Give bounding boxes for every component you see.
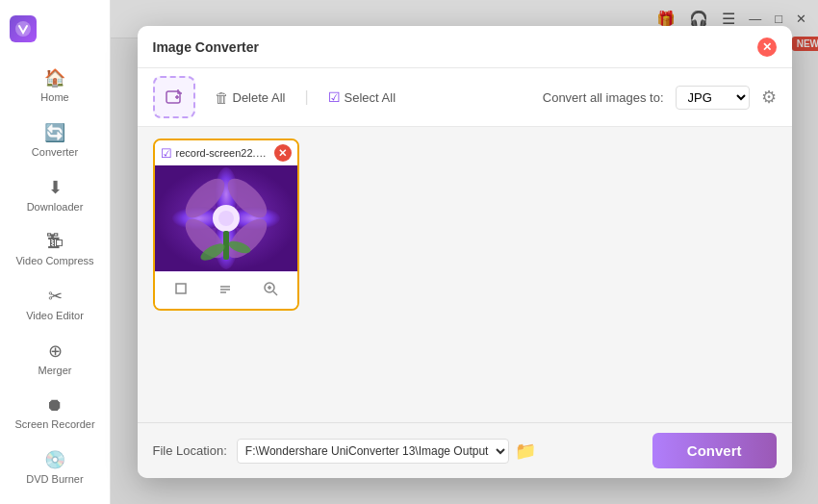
image-converter-modal: Image Converter ✕ 🗑 Delete All bbox=[138, 26, 792, 478]
add-image-button[interactable] bbox=[153, 76, 195, 118]
logo-icon bbox=[10, 15, 37, 42]
flower-svg bbox=[155, 165, 297, 271]
sidebar-item-dvd-burner-label: DVD Burner bbox=[26, 473, 83, 485]
select-all-button[interactable]: ☑ Select All bbox=[320, 86, 403, 109]
sidebar-item-downloader-label: Downloader bbox=[27, 201, 84, 213]
info-button[interactable] bbox=[211, 278, 240, 303]
sidebar-item-converter-label: Converter bbox=[32, 146, 78, 158]
sidebar-item-screen-recorder[interactable]: ⏺ Screen Recorder bbox=[0, 386, 110, 440]
main-area: 🎁 🎧 ☰ — □ ✕ NEW Image Converter ✕ bbox=[111, 0, 818, 504]
info-icon bbox=[217, 280, 234, 297]
add-icon bbox=[165, 88, 184, 107]
dvd-burner-icon: 💿 bbox=[44, 449, 65, 470]
sidebar-item-video-compress-label: Video Compress bbox=[15, 255, 93, 266]
file-card: ☑ record-screen22.heic ✕ bbox=[153, 139, 299, 311]
delete-icon: 🗑 bbox=[215, 89, 229, 106]
sidebar-item-screen-recorder-label: Screen Recorder bbox=[14, 418, 94, 430]
sidebar-item-converter[interactable]: 🔄 Converter bbox=[0, 113, 110, 167]
delete-all-button[interactable]: 🗑 Delete All bbox=[207, 86, 294, 110]
sidebar-item-home-label: Home bbox=[40, 91, 68, 103]
file-remove-button[interactable]: ✕ bbox=[274, 144, 292, 162]
svg-point-14 bbox=[218, 211, 234, 226]
format-select[interactable]: JPG PNG BMP GIF TIFF WEBP bbox=[676, 86, 750, 110]
sidebar-item-video-editor[interactable]: ✂ Video Editor bbox=[0, 276, 110, 331]
sidebar-item-dvd-burner[interactable]: 💿 DVD Burner bbox=[0, 440, 110, 494]
sidebar-item-merger[interactable]: ⊕ Merger bbox=[0, 331, 110, 386]
merger-icon: ⊕ bbox=[48, 340, 63, 362]
path-select[interactable]: F:\Wondershare UniConverter 13\Image Out… bbox=[237, 439, 509, 464]
home-icon: 🏠 bbox=[44, 67, 65, 88]
file-checkbox[interactable]: ☑ bbox=[161, 146, 172, 161]
sidebar-item-downloader[interactable]: ⬇ Downloader bbox=[0, 167, 110, 222]
svg-rect-18 bbox=[176, 284, 186, 293]
modal-toolbar: 🗑 Delete All | ☑ Select All Convert all … bbox=[138, 68, 792, 127]
checkbox-icon: ☑ bbox=[328, 89, 341, 105]
file-location-label: File Location: bbox=[153, 443, 227, 458]
convert-button[interactable]: Convert bbox=[652, 433, 777, 468]
crop-button[interactable] bbox=[166, 278, 195, 303]
modal-close-button[interactable]: ✕ bbox=[757, 38, 777, 57]
crop-icon bbox=[172, 280, 190, 297]
svg-line-23 bbox=[273, 291, 277, 295]
convert-all-label: Convert all images to: bbox=[543, 90, 664, 105]
folder-icon[interactable]: 📁 bbox=[515, 441, 536, 462]
sidebar-item-merger-label: Merger bbox=[38, 365, 72, 376]
file-thumbnail bbox=[155, 165, 297, 271]
file-card-header: ☑ record-screen22.heic ✕ bbox=[155, 140, 297, 165]
app-logo bbox=[0, 8, 110, 58]
sidebar-item-player[interactable]: ▶ Player bbox=[0, 494, 110, 504]
settings-icon[interactable]: ⚙ bbox=[761, 87, 777, 108]
sidebar-item-video-compress[interactable]: 🗜 Video Compress bbox=[0, 222, 110, 276]
video-editor-icon: ✂ bbox=[48, 286, 63, 307]
modal-footer: File Location: F:\Wondershare UniConvert… bbox=[138, 422, 792, 478]
modal-title: Image Converter bbox=[153, 39, 757, 55]
file-name: record-screen22.heic bbox=[176, 147, 270, 159]
converter-icon: 🔄 bbox=[44, 122, 65, 143]
sidebar-item-video-editor-label: Video Editor bbox=[26, 310, 84, 321]
downloader-icon: ⬇ bbox=[48, 177, 63, 198]
sidebar: 🏠 Home 🔄 Converter ⬇ Downloader 🗜 Video … bbox=[0, 0, 111, 504]
modal-overlay: Image Converter ✕ 🗑 Delete All bbox=[111, 0, 818, 504]
delete-all-label: Delete All bbox=[233, 90, 286, 105]
zoom-icon bbox=[262, 280, 279, 297]
video-compress-icon: 🗜 bbox=[46, 232, 64, 252]
modal-body: ☑ record-screen22.heic ✕ bbox=[138, 127, 792, 422]
sidebar-item-home[interactable]: 🏠 Home bbox=[0, 58, 110, 113]
file-actions bbox=[155, 271, 297, 309]
toolbar-separator: | bbox=[304, 88, 308, 106]
select-all-label: Select All bbox=[345, 90, 396, 105]
screen-recorder-icon: ⏺ bbox=[46, 395, 64, 416]
path-container: F:\Wondershare UniConverter 13\Image Out… bbox=[237, 439, 536, 464]
modal-header: Image Converter ✕ bbox=[138, 26, 792, 68]
zoom-button[interactable] bbox=[256, 278, 285, 303]
